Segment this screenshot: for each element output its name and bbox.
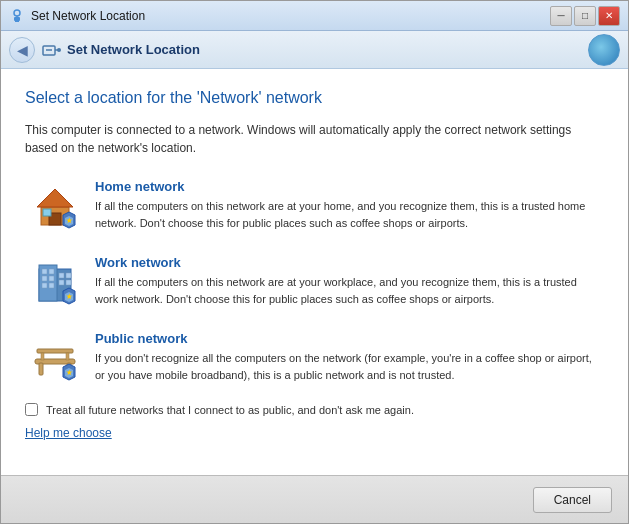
work-network-option[interactable]: ★ Work network If all the computers on t… <box>25 251 604 311</box>
treat-as-public-checkbox[interactable] <box>25 403 38 416</box>
home-network-option[interactable]: ★ Home network If all the computers on t… <box>25 175 604 235</box>
public-network-icon: ★ <box>29 331 81 383</box>
svg-rect-23 <box>59 273 64 278</box>
svg-rect-24 <box>66 273 71 278</box>
help-link[interactable]: Help me choose <box>25 426 604 440</box>
svg-rect-25 <box>59 280 64 285</box>
svg-rect-18 <box>49 269 54 274</box>
svg-point-2 <box>14 10 20 16</box>
public-network-desc: If you don't recognize all the computers… <box>95 350 600 383</box>
title-bar: Set Network Location ─ □ ✕ <box>1 1 628 31</box>
svg-rect-22 <box>49 283 54 288</box>
home-network-text: Home network If all the computers on thi… <box>95 179 600 231</box>
svg-text:★: ★ <box>66 217 73 224</box>
cancel-button[interactable]: Cancel <box>533 487 612 513</box>
svg-rect-1 <box>15 20 19 22</box>
home-network-icon: ★ <box>29 179 81 231</box>
svg-text:★: ★ <box>66 369 73 376</box>
title-bar-icon <box>9 8 25 24</box>
public-network-title: Public network <box>95 331 600 346</box>
globe-icon <box>588 34 620 66</box>
content-area: Select a location for the 'Network' netw… <box>1 69 628 475</box>
title-bar-text: Set Network Location <box>31 9 550 23</box>
public-network-text: Public network If you don't recognize al… <box>95 331 600 383</box>
svg-rect-19 <box>42 276 47 281</box>
main-window: Set Network Location ─ □ ✕ ◀ Set Network… <box>0 0 629 524</box>
svg-marker-9 <box>37 189 73 207</box>
back-button[interactable]: ◀ <box>9 37 35 63</box>
nav-title-text: Set Network Location <box>67 42 200 57</box>
svg-rect-17 <box>42 269 47 274</box>
svg-rect-34 <box>41 353 44 360</box>
svg-rect-32 <box>39 363 43 375</box>
work-network-text: Work network If all the computers on thi… <box>95 255 600 307</box>
svg-rect-16 <box>39 265 57 301</box>
minimize-button[interactable]: ─ <box>550 6 572 26</box>
svg-rect-21 <box>42 283 47 288</box>
checkbox-row: Treat all future networks that I connect… <box>25 403 604 416</box>
svg-rect-31 <box>37 349 73 353</box>
public-network-option[interactable]: ★ Public network If you don't recognize … <box>25 327 604 387</box>
svg-text:★: ★ <box>66 293 73 300</box>
nav-title: Set Network Location <box>41 40 200 60</box>
svg-rect-20 <box>49 276 54 281</box>
work-network-icon: ★ <box>29 255 81 307</box>
close-button[interactable]: ✕ <box>598 6 620 26</box>
footer: Cancel <box>1 475 628 523</box>
home-network-desc: If all the computers on this network are… <box>95 198 600 231</box>
svg-rect-26 <box>66 280 71 285</box>
nav-icon <box>41 40 61 60</box>
home-network-title: Home network <box>95 179 600 194</box>
page-heading: Select a location for the 'Network' netw… <box>25 89 604 107</box>
checkbox-label: Treat all future networks that I connect… <box>46 404 414 416</box>
svg-rect-35 <box>66 353 69 360</box>
page-description: This computer is connected to a network.… <box>25 121 604 157</box>
title-bar-buttons: ─ □ ✕ <box>550 6 620 26</box>
work-network-desc: If all the computers on this network are… <box>95 274 600 307</box>
nav-bar: ◀ Set Network Location <box>1 31 628 69</box>
svg-point-7 <box>57 48 61 52</box>
work-network-title: Work network <box>95 255 600 270</box>
maximize-button[interactable]: □ <box>574 6 596 26</box>
svg-rect-11 <box>43 209 51 216</box>
